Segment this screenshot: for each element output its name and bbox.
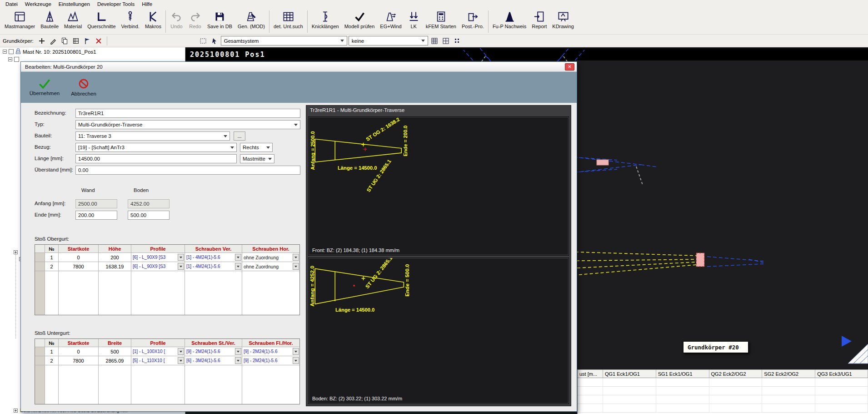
menu-datei[interactable]: Datei	[2, 1, 21, 7]
schrauben-hor-cell[interactable]: ohne Zuordnung	[242, 253, 299, 262]
startkote-cell[interactable]: 0	[59, 253, 99, 262]
hoehe-cell[interactable]: 1638.19	[99, 262, 131, 271]
mastmanager-button[interactable]: Mastmanager	[2, 9, 38, 33]
post-pro-button[interactable]: Post.-Pro.	[459, 9, 487, 33]
pick-mode-button[interactable]	[210, 36, 219, 46]
add-grundkoerper-button[interactable]	[37, 36, 47, 46]
dropdown-button[interactable]	[235, 263, 241, 270]
orientation-widget[interactable]	[848, 344, 868, 364]
copy-grundkoerper-button[interactable]	[60, 36, 70, 46]
bauteil-combo[interactable]: 11: Traverse 3	[75, 131, 230, 141]
schrauben-ver-cell[interactable]: [9] - 2M24(1)-5.6	[185, 347, 242, 356]
schrauben-ver-cell[interactable]: [1] - 4M24(1)-5.6	[185, 262, 242, 271]
flag-button[interactable]	[82, 36, 92, 46]
grid-view-button[interactable]	[429, 36, 439, 46]
menu-hilfe[interactable]: Hilfe	[138, 1, 156, 7]
bezug-side-combo[interactable]: Rechts	[240, 143, 273, 152]
dropdown-button[interactable]	[293, 348, 299, 355]
modell-pruefen-button[interactable]: Modell prüfen	[342, 9, 378, 33]
querschnitte-button[interactable]: Querschnitte	[85, 9, 118, 33]
collapse-icon[interactable]	[3, 50, 7, 54]
row-selector[interactable]	[35, 347, 45, 356]
tree-root-checkbox[interactable]	[9, 49, 14, 54]
breite-cell[interactable]: 500	[99, 347, 131, 356]
cancel-button[interactable]: Abbrechen	[67, 78, 100, 96]
startkote-cell[interactable]: 7800	[59, 262, 99, 271]
front-view-canvas[interactable]: Anfang = 2500.0 ST OG 2: 1638.2 Ende = 2…	[308, 116, 569, 256]
play-icon[interactable]	[842, 336, 852, 347]
verbindungen-button[interactable]: Verbind.	[119, 9, 142, 33]
breite-cell[interactable]: 2865.09	[99, 356, 131, 365]
eg-wind-button[interactable]: EG+Wind	[377, 9, 404, 33]
bauteile-button[interactable]: Bauteile	[38, 9, 61, 33]
dropdown-button[interactable]	[178, 263, 184, 270]
ende-wand-input[interactable]: 200.00	[75, 211, 117, 220]
selected-grundkoerper[interactable]	[696, 253, 704, 267]
det-untsuch-button[interactable]: det. Unt.such	[271, 9, 306, 33]
dropdown-button[interactable]	[293, 357, 299, 364]
knicklaengen-button[interactable]: Knicklängen	[309, 9, 342, 33]
schrauben-hor-cell[interactable]: ohne Zuordnung	[242, 262, 299, 271]
row-selector[interactable]	[35, 356, 45, 365]
bezug-combo[interactable]: [19] - [Schaft] AnTr3	[75, 143, 237, 152]
report-button[interactable]: Report	[529, 9, 549, 33]
bauteil-more-button[interactable]: ...	[234, 131, 245, 141]
save-db-button[interactable]: Save in DB	[205, 9, 235, 33]
typ-combo[interactable]: Multi-Grundkörper-Traverse	[75, 120, 300, 129]
laenge-input[interactable]: 14500.00	[75, 154, 237, 163]
schrauben-hor-cell[interactable]: [9] - 2M24(1)-5.6	[242, 356, 299, 365]
collapse-icon[interactable]	[8, 57, 12, 61]
delete-grundkoerper-button[interactable]	[94, 36, 104, 46]
boden-view-canvas[interactable]: Anfang = 4252.0 ST UG 2: 2865.1 Ende = 5…	[308, 257, 569, 404]
redo-button[interactable]: Redo	[186, 9, 205, 33]
schrauben-ver-cell[interactable]: [1] - 4M24(1)-5.6	[185, 253, 242, 262]
ueberstand-input[interactable]: 0.00	[75, 166, 300, 175]
dropdown-button[interactable]	[235, 357, 241, 364]
kfem-button[interactable]: kFEM Starten	[423, 9, 459, 33]
profile-cell[interactable]: [6] - L_90X9 [S3	[131, 253, 185, 262]
row-selector[interactable]	[35, 253, 45, 262]
profile-cell[interactable]: [1] - L_100X10 [	[131, 347, 185, 356]
material-button[interactable]: Material	[61, 9, 85, 33]
filter-combo[interactable]: keine	[349, 36, 428, 45]
profile-cell[interactable]: [6] - L_90X9 [S3	[131, 262, 185, 271]
startkote-cell[interactable]: 7800	[59, 356, 99, 365]
tree-expander[interactable]	[14, 409, 18, 413]
menu-einstellungen[interactable]: Einstellungen	[55, 1, 94, 7]
tree-root-item[interactable]: Mast Nr. 10: 2025100801_Pos1	[0, 47, 185, 56]
tree-expander[interactable]	[14, 250, 18, 254]
list-grundkoerper-button[interactable]	[71, 36, 81, 46]
hoehe-cell[interactable]: 200	[99, 253, 131, 262]
grid-view2-button[interactable]	[441, 36, 451, 46]
schrauben-ver-cell[interactable]: [6] - 3M24(1)-5.6	[185, 356, 242, 365]
edit-grundkoerper-button[interactable]	[48, 36, 58, 46]
dropdown-button[interactable]	[235, 348, 241, 355]
laenge-ref-combo[interactable]: Mastmitte	[240, 154, 274, 163]
schrauben-hor-cell[interactable]: [9] - 2M24(1)-5.6	[242, 347, 299, 356]
dropdown-button[interactable]	[235, 254, 241, 261]
menu-developer-tools[interactable]: Developer Tools	[94, 1, 138, 7]
dropdown-button[interactable]	[178, 348, 184, 355]
grid-small-button[interactable]	[452, 36, 462, 46]
dropdown-button[interactable]	[293, 254, 299, 261]
makros-button[interactable]: Makros	[142, 9, 164, 33]
ende-boden-input[interactable]: 500.00	[128, 211, 170, 220]
select-mode-button[interactable]	[198, 36, 208, 46]
menu-werkzeuge[interactable]: Werkzeuge	[21, 1, 55, 7]
undo-button[interactable]: Undo	[167, 9, 186, 33]
kdrawing-button[interactable]: KDrawing	[549, 9, 577, 33]
dialog-titlebar[interactable]: Bearbeiten: Multi-Grundkörper 20 ✕	[21, 62, 577, 72]
profile-cell[interactable]: [5] - L_110X10 [	[131, 356, 185, 365]
row-selector[interactable]	[35, 262, 45, 271]
dropdown-button[interactable]	[178, 357, 184, 364]
close-button[interactable]: ✕	[565, 63, 574, 71]
apply-button[interactable]: Übernehmen	[28, 79, 61, 96]
dropdown-button[interactable]	[293, 263, 299, 270]
fup-nachweis-button[interactable]: Fu-P Nachweis	[490, 9, 529, 33]
bezeichnung-input[interactable]: Tr3reR1R1	[75, 109, 300, 118]
startkote-cell[interactable]: 0	[59, 347, 99, 356]
gen-mod-button[interactable]: Gen. (MOD)	[235, 9, 268, 33]
dropdown-button[interactable]	[178, 254, 184, 261]
tree-child-checkbox[interactable]	[14, 57, 19, 62]
system-combo[interactable]: Gesamtsystem	[221, 36, 347, 45]
